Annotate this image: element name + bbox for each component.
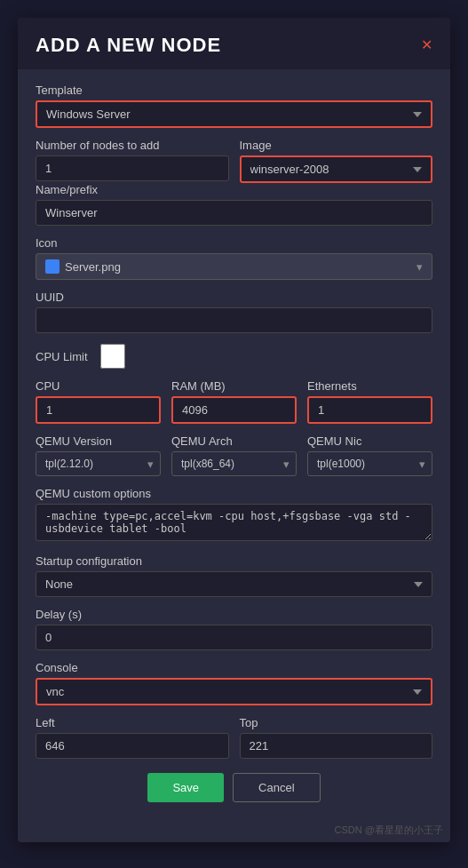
icon-value: Server.png	[65, 260, 121, 274]
qemu-arch-col: QEMU Arch tpl(x86_64)	[171, 434, 297, 476]
qemu-nic-wrapper: tpl(e1000)	[307, 451, 432, 476]
startup-group: Startup configuration None	[36, 554, 432, 597]
save-button[interactable]: Save	[147, 773, 224, 802]
nodes-label: Number of nodes to add	[36, 139, 229, 152]
uuid-group: UUID	[36, 291, 432, 333]
qemu-nic-col: QEMU Nic tpl(e1000)	[307, 434, 432, 476]
name-group: Name/prefix	[36, 183, 432, 226]
eth-input[interactable]	[307, 396, 432, 424]
console-label: Console	[36, 661, 432, 674]
startup-select[interactable]: None	[36, 571, 432, 597]
left-col: Left	[36, 716, 229, 759]
watermark: CSDN @看星星的小王子	[18, 820, 450, 842]
qemu-options-label: QEMU custom options	[36, 487, 432, 500]
add-node-modal: ADD A NEW NODE ✕ Template Windows Server…	[18, 18, 450, 842]
cpu-input[interactable]	[36, 396, 161, 424]
modal-title: ADD A NEW NODE	[36, 34, 221, 57]
qemu-version-label: QEMU Version	[36, 434, 161, 448]
icon-select[interactable]: Server.png	[36, 253, 432, 280]
left-input[interactable]	[36, 733, 229, 759]
modal-header: ADD A NEW NODE ✕	[18, 18, 450, 69]
uuid-label: UUID	[36, 291, 432, 304]
eth-col: Ethernets	[307, 379, 432, 424]
ram-input[interactable]	[171, 396, 297, 424]
image-select[interactable]: winserver-2008	[240, 155, 433, 183]
console-select[interactable]: vnc	[36, 678, 432, 705]
cancel-button[interactable]: Cancel	[233, 773, 320, 802]
image-col: Image winserver-2008	[240, 139, 433, 183]
cpu-label: CPU	[36, 379, 161, 393]
nodes-col: Number of nodes to add	[36, 139, 229, 183]
position-row: Left Top	[36, 716, 432, 759]
qemu-arch-wrapper: tpl(x86_64)	[171, 451, 297, 476]
ram-col: RAM (MB)	[171, 379, 297, 424]
close-button[interactable]: ✕	[421, 38, 432, 52]
qemu-row: QEMU Version tpl(2.12.0) QEMU Arch tpl(x…	[36, 434, 432, 476]
qemu-options-group: QEMU custom options	[36, 487, 432, 544]
qemu-version-select[interactable]: tpl(2.12.0)	[36, 451, 161, 476]
qemu-version-col: QEMU Version tpl(2.12.0)	[36, 434, 161, 476]
modal-body: Template Windows Server Number of nodes …	[18, 69, 450, 820]
icon-group: Icon Server.png	[36, 236, 432, 280]
nodes-input[interactable]	[36, 155, 229, 181]
uuid-input[interactable]	[36, 307, 432, 333]
cpu-limit-row: CPU Limit	[36, 344, 432, 369]
qemu-arch-select[interactable]: tpl(x86_64)	[171, 451, 297, 476]
icon-label: Icon	[36, 236, 432, 250]
delay-group: Delay (s)	[36, 608, 432, 650]
left-label: Left	[36, 716, 229, 729]
eth-label: Ethernets	[307, 379, 432, 393]
top-input[interactable]	[240, 733, 433, 759]
template-group: Template Windows Server	[36, 84, 432, 128]
name-input[interactable]	[36, 200, 432, 226]
qemu-version-wrapper: tpl(2.12.0)	[36, 451, 161, 476]
cpu-limit-checkbox[interactable]	[97, 344, 129, 369]
delay-label: Delay (s)	[36, 608, 432, 621]
delay-input[interactable]	[36, 625, 432, 650]
qemu-nic-label: QEMU Nic	[307, 434, 432, 448]
top-col: Top	[240, 716, 433, 759]
startup-label: Startup configuration	[36, 554, 432, 568]
template-label: Template	[36, 84, 432, 97]
image-label: Image	[240, 139, 433, 152]
console-group: Console vnc	[36, 661, 432, 705]
cpu-limit-label: CPU Limit	[36, 350, 88, 363]
ram-label: RAM (MB)	[171, 379, 297, 393]
qemu-nic-select[interactable]: tpl(e1000)	[307, 451, 432, 476]
name-label: Name/prefix	[36, 183, 432, 196]
cpu-col: CPU	[36, 379, 161, 424]
cpu-ram-eth-row: CPU RAM (MB) Ethernets	[36, 379, 432, 424]
server-icon	[45, 259, 59, 274]
button-row: Save Cancel	[36, 773, 432, 802]
qemu-options-textarea[interactable]	[36, 504, 432, 541]
qemu-arch-label: QEMU Arch	[171, 434, 297, 448]
top-label: Top	[240, 716, 433, 729]
nodes-image-row: Number of nodes to add Image winserver-2…	[36, 139, 432, 183]
template-select[interactable]: Windows Server	[36, 100, 432, 128]
